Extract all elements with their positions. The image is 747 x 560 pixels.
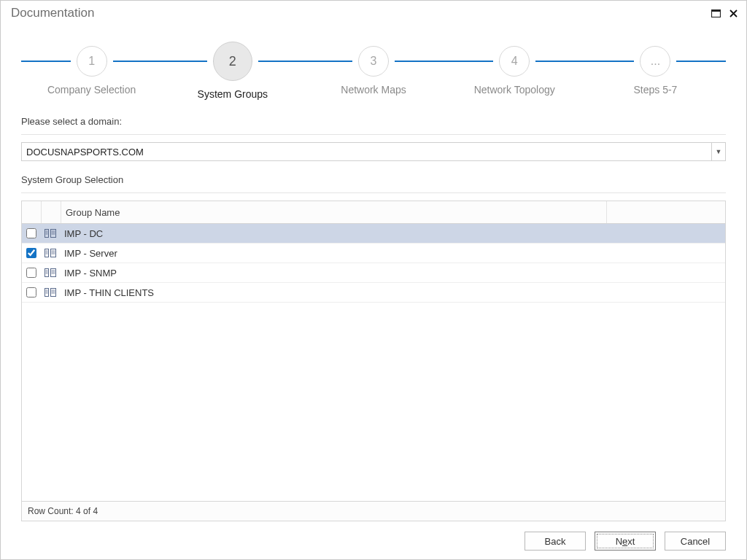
close-icon[interactable] <box>726 6 740 20</box>
wizard-step[interactable]: 1Company Selection <box>21 46 162 100</box>
row-extra-cell <box>607 244 725 262</box>
header-checkbox-column <box>22 201 42 223</box>
next-button[interactable]: Next <box>595 532 656 551</box>
row-checkbox[interactable] <box>26 287 36 298</box>
row-group-name: IMP - SNMP <box>60 263 607 282</box>
header-group-name[interactable]: Group Name <box>61 201 606 223</box>
svg-rect-24 <box>51 269 56 277</box>
group-table-footer: Row Count: 4 of 4 <box>22 501 725 521</box>
system-group-icon <box>44 249 56 257</box>
maximize-icon[interactable] <box>708 6 723 20</box>
step-circle: 2 <box>213 42 252 81</box>
table-row[interactable]: IMP - DC <box>22 224 725 244</box>
system-group-icon <box>44 288 56 297</box>
wizard-step[interactable]: 4Network Topology <box>444 46 585 100</box>
row-group-name: IMP - Server <box>60 244 607 262</box>
wizard-button-row: Back Next Cancel <box>21 521 726 551</box>
system-group-icon <box>44 268 56 277</box>
domain-label: Please select a domain: <box>21 116 726 127</box>
divider <box>21 134 726 135</box>
cancel-button[interactable]: Cancel <box>665 532 726 551</box>
header-extra-column <box>606 201 725 223</box>
step-circle: ... <box>640 46 670 77</box>
domain-combobox-value: DOCUSNAPSPORTS.COM <box>26 147 711 158</box>
svg-rect-28 <box>45 289 49 297</box>
svg-rect-12 <box>45 249 49 257</box>
svg-rect-8 <box>51 230 56 238</box>
svg-rect-20 <box>45 269 49 277</box>
step-label: Network Maps <box>341 84 406 96</box>
back-button[interactable]: Back <box>525 532 586 551</box>
row-checkbox[interactable] <box>26 248 36 258</box>
row-checkbox[interactable] <box>26 228 36 238</box>
row-extra-cell <box>607 263 725 282</box>
group-selection-label: System Group Selection <box>21 174 726 185</box>
step-circle: 1 <box>77 46 107 77</box>
row-group-name: IMP - DC <box>60 224 607 243</box>
table-row[interactable]: IMP - THIN CLIENTS <box>22 283 725 303</box>
row-checkbox[interactable] <box>26 268 36 278</box>
step-label: Company Selection <box>47 84 136 96</box>
step-label: Network Topology <box>474 84 555 96</box>
step-label: System Groups <box>198 88 268 100</box>
row-extra-cell <box>607 283 725 302</box>
svg-rect-4 <box>45 230 49 238</box>
step-label: Steps 5-7 <box>633 84 677 96</box>
system-group-icon <box>44 229 56 238</box>
group-table-body[interactable]: IMP - DCIMP - ServerIMP - SNMPIMP - THIN… <box>22 224 725 501</box>
svg-rect-1 <box>711 9 720 12</box>
table-row[interactable]: IMP - Server <box>22 244 725 263</box>
documentation-wizard-window: Documentation 1Company Selection2System … <box>0 0 747 560</box>
header-icon-column <box>42 201 61 223</box>
row-extra-cell <box>607 224 725 243</box>
window-title: Documentation <box>11 6 94 20</box>
wizard-step[interactable]: 2System Groups <box>162 46 303 100</box>
divider <box>21 192 726 193</box>
row-group-name: IMP - THIN CLIENTS <box>60 283 607 302</box>
domain-combobox[interactable]: DOCUSNAPSPORTS.COM ▼ <box>21 142 726 161</box>
svg-rect-16 <box>51 249 56 257</box>
wizard-step[interactable]: ...Steps 5-7 <box>585 46 726 100</box>
step-circle: 4 <box>499 46 530 77</box>
wizard-stepper: 1Company Selection2System Groups3Network… <box>21 46 726 112</box>
wizard-step[interactable]: 3Network Maps <box>303 46 444 100</box>
row-count-label: Row Count: 4 of 4 <box>28 506 98 516</box>
svg-rect-32 <box>51 289 56 297</box>
titlebar: Documentation <box>1 1 746 26</box>
chevron-down-icon[interactable]: ▼ <box>711 143 725 160</box>
table-row[interactable]: IMP - SNMP <box>22 263 725 283</box>
group-table-header: Group Name <box>22 201 725 224</box>
step-circle: 3 <box>358 46 389 77</box>
group-table: Group Name IMP - DCIMP - ServerIMP - SNM… <box>21 201 726 521</box>
